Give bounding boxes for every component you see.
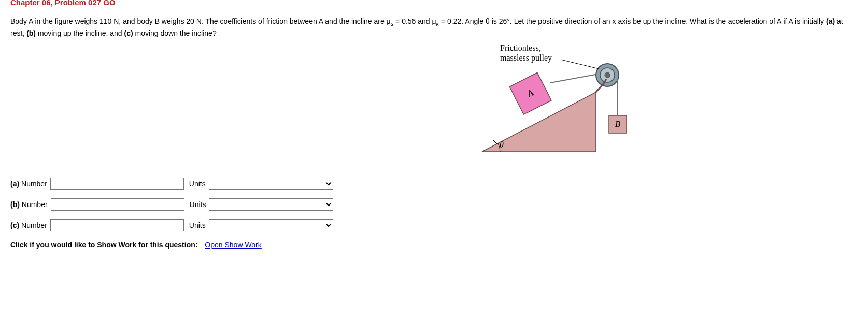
row-b-word: Number — [22, 200, 48, 209]
physics-figure: Frictionless, massless pulley A — [472, 43, 648, 162]
incline-svg: A B θ — [472, 43, 648, 162]
number-input-a[interactable] — [50, 178, 184, 190]
block-a-group: A — [509, 73, 551, 115]
number-input-c[interactable] — [50, 219, 184, 231]
row-b-label: (b) Number — [10, 200, 48, 209]
units-select-c[interactable] — [209, 219, 333, 231]
part-c-text: moving down the incline? — [133, 29, 217, 37]
units-label-a: Units — [189, 180, 206, 188]
part-b-label: (b) — [26, 29, 36, 37]
chapter-heading: Chapter 06, Problem 027 GO — [10, 0, 858, 7]
problem-text-2: = 0.56 and μ — [393, 17, 436, 25]
row-c-part: (c) — [10, 221, 19, 229]
pulley-label-line2: massless pulley — [500, 53, 552, 62]
row-c-label: (c) Number — [10, 221, 47, 229]
row-a-part: (a) — [10, 180, 19, 188]
problem-text-1: Body A in the figure weighs 110 N, and b… — [10, 17, 391, 25]
pulley-pointer — [561, 60, 599, 69]
row-a-word: Number — [21, 180, 47, 188]
pulley-label-line1: Frictionless, — [500, 43, 541, 52]
angle-tick — [493, 140, 497, 144]
row-a-label: (a) Number — [10, 180, 47, 188]
answer-row-a: (a) Number Units — [10, 178, 858, 190]
block-b-label: B — [615, 119, 621, 129]
units-select-b[interactable] — [209, 198, 333, 211]
show-work-prompt: Click if you would like to Show Work for… — [10, 241, 197, 249]
row-c-word: Number — [21, 221, 47, 229]
units-label-c: Units — [189, 221, 206, 229]
answer-row-b: (b) Number Units — [10, 198, 858, 211]
part-c-label: (c) — [124, 29, 133, 37]
pulley-group — [596, 64, 619, 92]
figure-area: Frictionless, massless pulley A — [10, 43, 858, 167]
angle-label: θ — [500, 140, 504, 149]
units-select-a[interactable] — [209, 178, 333, 190]
units-label-b: Units — [190, 200, 206, 209]
part-b-text: moving up the incline, and — [36, 29, 124, 37]
number-input-b[interactable] — [51, 198, 184, 211]
pulley-hub — [605, 72, 610, 78]
part-a-label: (a) — [826, 17, 835, 25]
answers-section: (a) Number Units (b) Number Units (c) Nu… — [10, 178, 858, 231]
problem-statement: Body A in the figure weighs 110 N, and b… — [10, 16, 858, 39]
problem-text-3: = 0.22. Angle θ is 26°. Let the positive… — [439, 17, 826, 25]
open-show-work-link[interactable]: Open Show Work — [205, 241, 261, 249]
answer-row-c: (c) Number Units — [10, 219, 858, 231]
show-work-row: Click if you would like to Show Work for… — [10, 241, 858, 249]
row-b-part: (b) — [10, 200, 20, 209]
pulley-label: Frictionless, massless pulley — [500, 43, 552, 63]
